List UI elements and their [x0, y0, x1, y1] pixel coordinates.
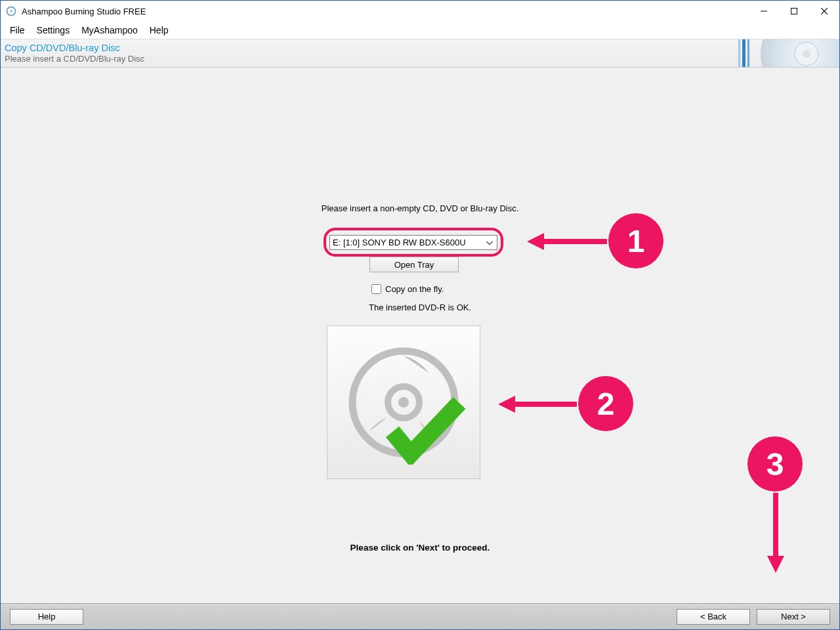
next-button[interactable]: Next > — [757, 609, 830, 625]
svg-marker-18 — [498, 396, 515, 413]
drive-select-value: E: [1:0] SONY BD RW BDX-S600U — [333, 238, 466, 247]
menu-help[interactable]: Help — [144, 24, 174, 37]
svg-point-1 — [10, 10, 12, 12]
proceed-instruction: Please click on 'Next' to proceed. — [350, 543, 490, 553]
back-button[interactable]: < Back — [677, 609, 750, 625]
wizard-body: Please insert a non-empty CD, DVD or Blu… — [1, 68, 839, 603]
close-button[interactable] — [809, 1, 839, 22]
insert-disc-instruction: Please insert a non-empty CD, DVD or Blu… — [322, 203, 519, 213]
annotation-arrow-1 — [527, 232, 607, 251]
app-icon — [6, 6, 16, 16]
chevron-down-icon — [486, 238, 493, 247]
window-title: Ashampoo Burning Studio FREE — [22, 7, 749, 16]
annotation-callout-1: 1 — [608, 213, 663, 268]
drive-select-highlight: E: [1:0] SONY BD RW BDX-S600U — [324, 228, 503, 257]
header-disc-graphic — [695, 39, 839, 67]
copy-on-fly-checkbox[interactable] — [371, 284, 381, 294]
app-window: Ashampoo Burning Studio FREE File Settin… — [0, 0, 840, 630]
titlebar: Ashampoo Burning Studio FREE — [1, 1, 839, 22]
menu-file[interactable]: File — [5, 24, 30, 37]
copy-on-fly-option: Copy on the fly. — [371, 284, 444, 294]
open-tray-button[interactable]: Open Tray — [369, 257, 459, 272]
menu-settings[interactable]: Settings — [32, 24, 75, 37]
copy-on-fly-label: Copy on the fly. — [385, 284, 444, 294]
svg-rect-10 — [747, 39, 749, 67]
annotation-callout-3: 3 — [747, 436, 803, 492]
disc-status-graphic — [327, 326, 480, 479]
svg-marker-16 — [527, 233, 544, 250]
svg-rect-9 — [742, 39, 746, 67]
window-controls — [749, 1, 839, 22]
annotation-callout-2: 2 — [578, 376, 633, 431]
svg-rect-11 — [738, 39, 740, 67]
help-button[interactable]: Help — [10, 609, 83, 625]
wizard-header: Copy CD/DVD/Blu-ray Disc Please insert a… — [1, 39, 839, 68]
minimize-button[interactable] — [749, 1, 779, 22]
disc-ok-icon — [341, 340, 466, 465]
svg-rect-3 — [791, 9, 797, 14]
annotation-arrow-3 — [766, 493, 786, 573]
disc-status-text: The inserted DVD-R is OK. — [369, 303, 471, 312]
drive-select[interactable]: E: [1:0] SONY BD RW BDX-S600U — [329, 235, 497, 250]
menubar: File Settings MyAshampoo Help — [1, 22, 839, 39]
svg-point-14 — [398, 397, 409, 408]
annotation-arrow-2 — [498, 394, 577, 414]
maximize-button[interactable] — [779, 1, 809, 22]
wizard-footer: Help < Back Next > — [1, 603, 839, 629]
menu-myashampoo[interactable]: MyAshampoo — [76, 24, 143, 37]
svg-point-8 — [803, 50, 810, 58]
svg-marker-20 — [767, 556, 784, 573]
